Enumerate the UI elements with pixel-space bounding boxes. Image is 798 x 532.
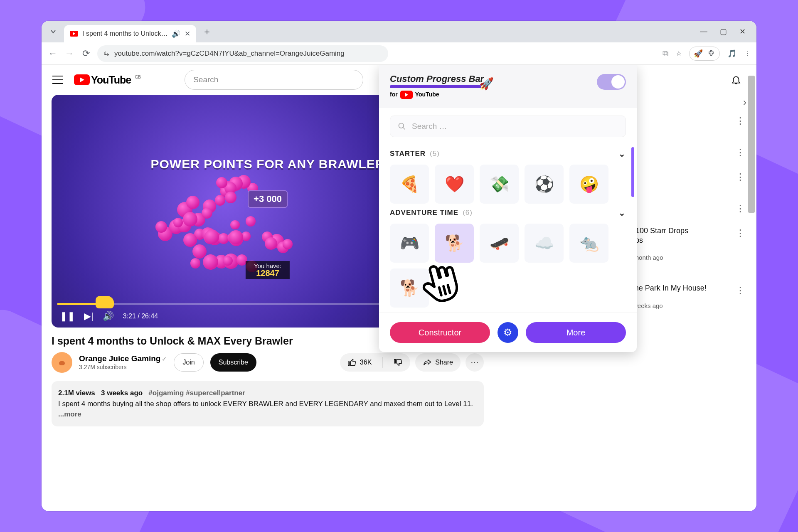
- extension-pinned[interactable]: 🚀: [689, 47, 720, 61]
- desc-views: 2.1M views: [58, 389, 95, 397]
- maximize-icon[interactable]: ▢: [720, 27, 727, 36]
- youtube-region: GB: [135, 74, 140, 79]
- tab-close-icon[interactable]: ✕: [185, 30, 190, 38]
- youtube-favicon-icon: [70, 31, 78, 37]
- related-more-icon[interactable]: ⋮: [734, 170, 746, 184]
- related-more-icon[interactable]: ⋮: [734, 283, 746, 298]
- youtube-search-input[interactable]: Search: [185, 70, 363, 90]
- browser-window: I spent 4 months to Unlock… 🔊 ✕ ＋ — ▢ ✕ …: [42, 21, 756, 511]
- next-icon[interactable]: ▶|: [84, 311, 94, 322]
- address-bar[interactable]: ⇆ youtube.com/watch?v=gCzCD4N7fYU&ab_cha…: [97, 45, 388, 62]
- back-icon[interactable]: ←: [47, 48, 58, 59]
- more-button[interactable]: More: [526, 322, 626, 343]
- video-you-have: You have: 12847: [246, 261, 290, 279]
- extension-scrollbar[interactable]: [631, 147, 634, 197]
- desc-body: I spent 4 months buying all the shop off…: [58, 400, 473, 408]
- channel-avatar[interactable]: [52, 352, 72, 373]
- browser-toolbar: ← → ⟳ ⇆ youtube.com/watch?v=gCzCD4N7fYU&…: [42, 42, 756, 65]
- extension-title: Custom Progress Bar: [390, 74, 484, 84]
- forward-icon[interactable]: →: [64, 48, 75, 59]
- join-button[interactable]: Join: [174, 353, 203, 372]
- extensions-icon[interactable]: [707, 49, 715, 58]
- progress-bar-option[interactable]: 💸: [480, 165, 519, 204]
- progress-bar-option[interactable]: 🛹: [480, 224, 519, 263]
- browser-tab[interactable]: I spent 4 months to Unlock… 🔊 ✕: [64, 25, 196, 42]
- more-actions-button[interactable]: ⋯: [466, 353, 484, 372]
- tab-audio-icon[interactable]: 🔊: [172, 30, 180, 38]
- progress-bar-option[interactable]: ⚽: [525, 165, 564, 204]
- extension-settings-button[interactable]: ⚙: [498, 322, 518, 343]
- youtube-logo-icon: [74, 74, 90, 85]
- desc-more[interactable]: ...more: [58, 410, 81, 418]
- related-more-icon[interactable]: ⋮: [734, 145, 746, 160]
- svg-point-0: [399, 123, 404, 128]
- youtube-search-placeholder: Search: [193, 75, 218, 84]
- constructor-button[interactable]: Constructor: [390, 322, 490, 343]
- chevron-right-icon[interactable]: ›: [743, 96, 746, 108]
- extension-search-placeholder: Search …: [412, 122, 447, 131]
- reading-list-icon[interactable]: 🎵: [727, 49, 736, 58]
- video-description[interactable]: 2.1M views 3 weeks ago #ojgaming #superc…: [52, 381, 484, 426]
- progress-bar-option[interactable]: ❤️: [435, 165, 474, 204]
- extension-search-input[interactable]: Search …: [390, 116, 626, 137]
- hand-cursor-icon: [416, 256, 466, 306]
- extension-title-underline: [390, 85, 481, 88]
- bookmark-icon[interactable]: ☆: [676, 49, 682, 57]
- channel-row: Orange Juice Gaming✓ 3.27M subscribers J…: [52, 352, 484, 373]
- category-header[interactable]: STARTER(5)⌄: [390, 149, 626, 159]
- pause-icon[interactable]: ❚❚: [60, 311, 75, 322]
- youtube-logo-text: YouTube: [91, 74, 131, 86]
- share-button[interactable]: Share: [415, 353, 461, 372]
- close-window-icon[interactable]: ✕: [739, 27, 746, 36]
- channel-subs: 3.27M subscribers: [79, 364, 167, 371]
- volume-icon[interactable]: 🔊: [103, 311, 114, 322]
- progress-bar-option[interactable]: ☁️: [525, 224, 564, 263]
- browser-menu-icon[interactable]: ⋮: [744, 49, 751, 57]
- youtube-logo[interactable]: YouTube GB: [74, 74, 140, 86]
- extension-subtitle: for YouTube: [390, 91, 484, 99]
- desc-tags: #ojgaming #supercellpartner: [148, 389, 245, 397]
- url: youtube.com/watch?v=gCzCD4N7fYU&ab_chann…: [114, 49, 345, 58]
- chevron-down-icon: ⌄: [618, 208, 626, 218]
- page-viewport: YouTube GB Search POWER POINTS FOR ANY B…: [42, 65, 756, 511]
- progress-bar-option[interactable]: 🐀: [569, 224, 608, 263]
- extension-popup: Custom Progress Bar for YouTube Search ……: [379, 65, 637, 352]
- desc-age: 3 weeks ago: [101, 389, 143, 397]
- video-bonus-label: +3 000: [248, 190, 288, 208]
- progress-bar-jake-icon: [96, 296, 114, 308]
- verified-icon: ✓: [162, 355, 167, 362]
- site-control-icon[interactable]: ⇆: [104, 50, 109, 57]
- related-more-icon[interactable]: ⋮: [734, 202, 746, 216]
- video-graphic: [135, 173, 309, 273]
- chevron-down-icon: ⌄: [618, 149, 626, 159]
- channel-name[interactable]: Orange Juice Gaming✓: [79, 354, 167, 364]
- minimize-icon[interactable]: —: [700, 27, 707, 36]
- extension-toggle[interactable]: [597, 74, 626, 90]
- window-controls: — ▢ ✕: [700, 27, 752, 36]
- player-time: 3:21 / 26:44: [123, 313, 158, 320]
- scrollbar-thumb[interactable]: [748, 76, 755, 213]
- dislike-button[interactable]: [386, 358, 410, 367]
- rocket-icon: 🚀: [694, 49, 703, 58]
- tab-search-chevron-icon[interactable]: [46, 24, 61, 39]
- related-more-icon[interactable]: ⋮: [734, 114, 746, 128]
- youtube-mini-icon: [400, 91, 413, 99]
- reload-icon[interactable]: ⟳: [81, 48, 91, 59]
- tab-title: I spent 4 months to Unlock…: [82, 30, 167, 37]
- like-button[interactable]: 36K: [340, 358, 379, 367]
- hamburger-icon[interactable]: [52, 76, 63, 84]
- screenshare-icon[interactable]: ⧉: [663, 49, 668, 58]
- category-header[interactable]: ADVENTURE TIME(6)⌄: [390, 208, 626, 218]
- tab-strip: I spent 4 months to Unlock… 🔊 ✕ ＋ — ▢ ✕: [42, 21, 756, 42]
- like-dislike-pill: 36K: [340, 353, 410, 372]
- subscribe-button[interactable]: Subscribe: [210, 353, 256, 372]
- progress-bar-option[interactable]: 🍕: [390, 165, 429, 204]
- related-more-icon[interactable]: ⋮: [734, 226, 746, 240]
- search-icon: [398, 122, 406, 131]
- new-tab-button[interactable]: ＋: [200, 24, 214, 39]
- notifications-icon[interactable]: [731, 74, 741, 85]
- progress-bar-option[interactable]: 🤪: [569, 165, 608, 204]
